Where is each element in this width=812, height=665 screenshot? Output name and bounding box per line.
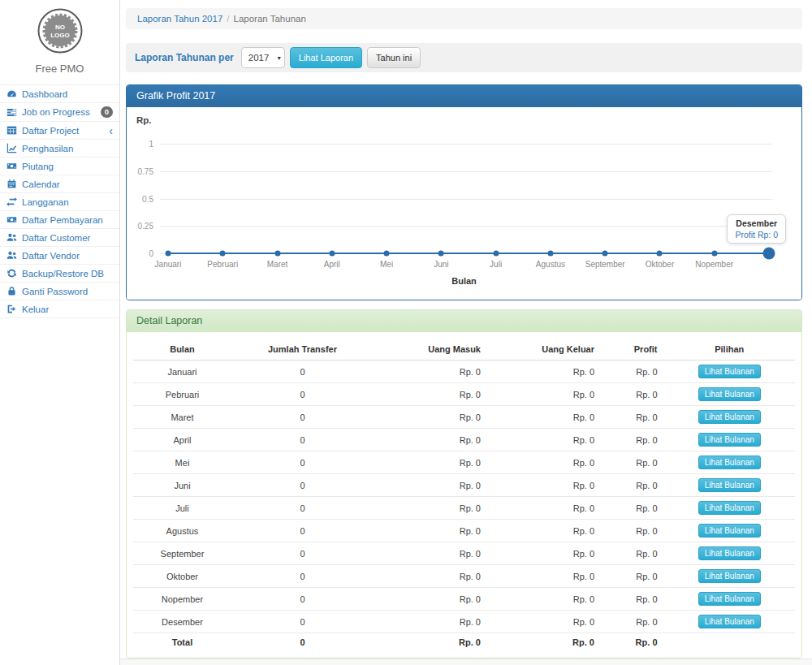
y-tick-label: 0.75 — [127, 166, 153, 175]
lihat-bulanan-button[interactable]: Lihat Bulanan — [698, 433, 761, 447]
line-chart-icon — [6, 143, 17, 153]
data-point-juni[interactable] — [438, 251, 444, 257]
sidebar-item-label: Calendar — [22, 179, 60, 189]
brand-block: NO LOGO Free PMO — [0, 0, 119, 75]
data-point-september[interactable] — [603, 251, 608, 257]
profit-chart: Rp. 10.750.50.250 JanuariPebruariMaretAp… — [127, 107, 801, 300]
chart-tooltip: Desember Profit Rp: 0 — [727, 214, 786, 244]
no-logo-badge: NO LOGO — [37, 7, 84, 54]
sidebar-item-backup-restore-db[interactable]: Backup/Restore DB — [0, 265, 119, 283]
cell-uang_masuk: Rp. 0 — [374, 406, 487, 429]
table-row: Pebruari0Rp. 0Rp. 0Rp. 0Lihat Bulanan — [133, 383, 795, 406]
sidebar-item-calendar[interactable]: Calendar — [0, 175, 119, 193]
tahun-ini-button[interactable]: Tahun ini — [367, 47, 421, 68]
lihat-bulanan-button[interactable]: Lihat Bulanan — [698, 569, 761, 583]
cell-uang_masuk: Rp. 0 — [374, 429, 487, 451]
profit-chart-panel: Grafik Profit 2017 Rp. 10.750.50.250 Jan… — [126, 84, 802, 300]
cell-jumlah_transfer: 0 — [231, 611, 374, 633]
cell-uang_keluar: Rp. 0 — [487, 451, 601, 474]
data-point-agustus[interactable] — [547, 251, 553, 257]
lihat-bulanan-button[interactable]: Lihat Bulanan — [698, 387, 761, 401]
cell-profit: Rp. 0 — [601, 565, 664, 588]
y-tick-label: 0.25 — [127, 222, 153, 231]
data-point-januari[interactable] — [166, 251, 171, 257]
sidebar-item-daftar-project[interactable]: Daftar Project‹ — [0, 122, 119, 140]
cell-pilihan: Lihat Bulanan — [664, 611, 795, 633]
lihat-bulanan-button[interactable]: Lihat Bulanan — [698, 501, 761, 515]
cell-jumlah_transfer: 0 — [231, 497, 374, 520]
sidebar-item-penghasilan[interactable]: Penghasilan — [0, 140, 119, 158]
sidebar-nav: DashboardJob on Progress0Daftar Project‹… — [0, 84, 119, 318]
lihat-bulanan-button[interactable]: Lihat Bulanan — [698, 524, 761, 538]
breadcrumb-link-laporan-tahun[interactable]: Laporan Tahun 2017 — [137, 14, 222, 24]
cell-bulan: Juli — [133, 497, 231, 520]
x-axis-title: Bulan — [127, 276, 801, 286]
cell-uang_masuk: Rp. 0 — [374, 611, 487, 633]
main-content: Laporan Tahun 2017/Laporan Tahunan Lapor… — [120, 0, 812, 665]
cell-jumlah_transfer: 0 — [231, 474, 374, 497]
y-axis-title: Rp. — [136, 115, 152, 125]
tasks-icon — [6, 107, 17, 118]
sidebar-item-job-on-progress[interactable]: Job on Progress0 — [0, 103, 119, 122]
cell-bulan: Juni — [133, 474, 231, 497]
year-select[interactable]: 2017 — [241, 47, 285, 68]
cell-pilihan: Lihat Bulanan — [664, 451, 795, 474]
report-table: BulanJumlah TransferUang MasukUang Kelua… — [133, 339, 795, 651]
sidebar-item-daftar-vendor[interactable]: Daftar Vendor — [0, 247, 119, 265]
cell-profit: Rp. 0 — [601, 429, 664, 451]
cell-jumlah_transfer: 0 — [231, 406, 374, 429]
cell-profit: Rp. 0 — [601, 406, 664, 429]
cell-profit: Rp. 0 — [601, 588, 664, 611]
sidebar-item-dashboard[interactable]: Dashboard — [0, 85, 119, 103]
count-badge: 0 — [101, 106, 113, 118]
column-header: Uang Keluar — [487, 339, 601, 361]
data-point-juli[interactable] — [493, 251, 499, 257]
sidebar-item-piutang[interactable]: Piutang — [0, 158, 119, 175]
lihat-bulanan-button[interactable]: Lihat Bulanan — [698, 478, 761, 492]
lihat-bulanan-button[interactable]: Lihat Bulanan — [698, 410, 761, 424]
lihat-bulanan-button[interactable]: Lihat Bulanan — [698, 592, 761, 606]
table-row: Mei0Rp. 0Rp. 0Rp. 0Lihat Bulanan — [133, 451, 795, 474]
cell-pilihan: Lihat Bulanan — [664, 474, 795, 497]
money-icon — [6, 161, 17, 171]
sidebar-item-keluar[interactable]: Keluar — [0, 300, 119, 318]
cell-uang_keluar: Rp. 0 — [487, 611, 601, 633]
cell-jumlah_transfer: 0 — [231, 542, 374, 565]
lihat-laporan-button[interactable]: Lihat Laporan — [290, 47, 362, 68]
lihat-bulanan-button[interactable]: Lihat Bulanan — [698, 546, 761, 560]
data-point-oktober[interactable] — [657, 251, 663, 257]
profit-series-line — [168, 253, 769, 254]
data-point-maret[interactable] — [274, 251, 280, 257]
calendar-icon — [6, 179, 17, 189]
x-tick-label: Juli — [490, 260, 502, 269]
cell-uang_masuk: Rp. 0 — [374, 451, 487, 474]
cell-bulan: April — [133, 429, 231, 451]
sidebar-item-daftar-pembayaran[interactable]: Daftar Pembayaran — [0, 211, 119, 229]
sidebar-item-langganan[interactable]: Langganan — [0, 193, 119, 211]
data-point-nopember[interactable] — [711, 251, 717, 257]
cell-pilihan: Lihat Bulanan — [664, 497, 795, 520]
column-header: Pilihan — [664, 339, 795, 361]
chevron-left-icon: ‹ — [109, 127, 113, 135]
data-point-april[interactable] — [329, 251, 335, 257]
cell-jumlah_transfer: 0 — [231, 565, 374, 588]
cell-pilihan: Lihat Bulanan — [664, 565, 795, 588]
logo-text-line2: LOGO — [50, 32, 70, 39]
sidebar-item-label: Daftar Pembayaran — [22, 215, 103, 225]
cell-uang_keluar: Rp. 0 — [487, 497, 601, 520]
cell-uang_keluar: Rp. 0 — [487, 474, 601, 497]
column-header: Bulan — [133, 339, 231, 361]
lihat-bulanan-button[interactable]: Lihat Bulanan — [698, 365, 761, 378]
sidebar-item-ganti-password[interactable]: Ganti Password — [0, 283, 119, 300]
data-point-pebruari[interactable] — [220, 251, 226, 257]
cell-pilihan: Lihat Bulanan — [664, 361, 795, 383]
data-point-mei[interactable] — [384, 251, 390, 257]
sidebar-item-daftar-customer[interactable]: Daftar Customer — [0, 229, 119, 247]
cell-pilihan: Lihat Bulanan — [664, 520, 795, 542]
lihat-bulanan-button[interactable]: Lihat Bulanan — [698, 615, 761, 628]
table-row: Maret0Rp. 0Rp. 0Rp. 0Lihat Bulanan — [133, 406, 795, 429]
logo-text-line1: NO — [55, 24, 65, 31]
data-point-desember[interactable] — [763, 248, 775, 260]
cell-bulan: Nopember — [133, 588, 231, 611]
lihat-bulanan-button[interactable]: Lihat Bulanan — [698, 456, 761, 469]
